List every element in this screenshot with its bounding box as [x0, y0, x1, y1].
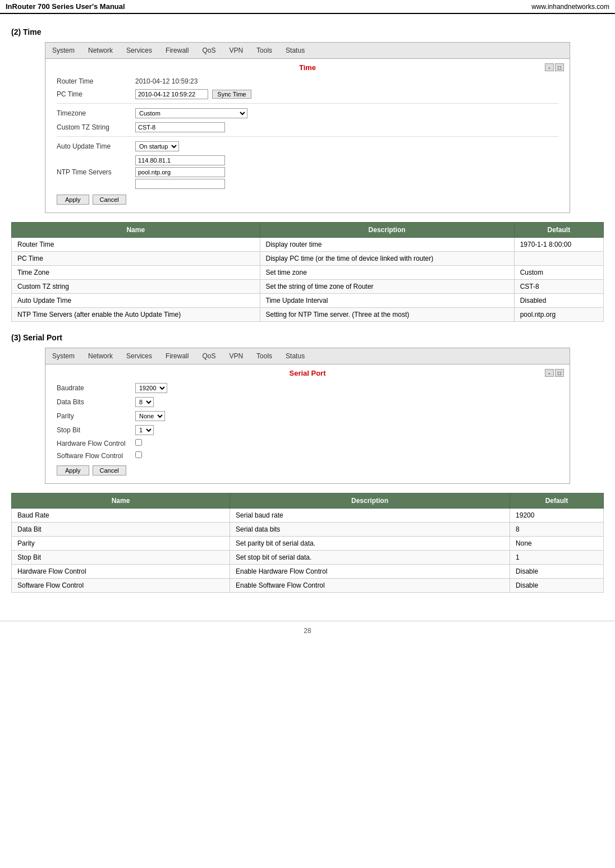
table-row: NTP Time Servers (after enable the Auto … [12, 308, 604, 322]
time-row-desc: Setting for NTP Time server. (Three at t… [260, 308, 514, 322]
serial-nav-firewall[interactable]: Firewall [159, 350, 195, 362]
time-table-body: Router Time Display router time 1970-1-1… [12, 238, 604, 322]
serial-row-default: 1 [510, 551, 604, 565]
router-time-row: Router Time 2010-04-12 10:59:23 [57, 77, 558, 85]
timezone-label: Timezone [57, 109, 135, 117]
table-row: Auto Update Time Time Update Interval Di… [12, 294, 604, 308]
time-apply-button[interactable]: Apply [57, 195, 89, 205]
custom-tz-value [135, 122, 558, 132]
hw-flow-checkbox[interactable] [135, 439, 142, 446]
serial-row-name: Data Bit [12, 523, 230, 537]
table-row: Hardware Flow Control Enable Hardware Fl… [12, 565, 604, 579]
serial-col-name: Name [12, 493, 230, 509]
time-nav-bar: System Network Services Firewall QoS VPN… [45, 43, 570, 59]
sync-time-button[interactable]: Sync Time [212, 90, 251, 99]
time-row-desc: Display router time [260, 238, 514, 252]
time-nav-network[interactable]: Network [81, 45, 120, 56]
time-col-desc: Description [260, 223, 514, 238]
parity-select[interactable]: None [135, 411, 165, 421]
time-row-name: PC Time [12, 252, 260, 266]
sw-flow-value [135, 451, 558, 460]
serial-row-name: Stop Bit [12, 551, 230, 565]
timezone-row: Timezone Custom [57, 108, 558, 118]
time-row-name: Router Time [12, 238, 260, 252]
serial-nav-network[interactable]: Network [81, 350, 120, 362]
serial-page-title: Serial Port [57, 369, 558, 377]
baudrate-select[interactable]: 19200 [135, 383, 167, 393]
ntp-servers-row: NTP Time Servers [57, 155, 558, 189]
time-router-content: - □ Time Router Time 2010-04-12 10:59:23… [45, 59, 570, 213]
ntp-server1-input[interactable] [135, 155, 225, 165]
time-row-default: 1970-1-1 8:00:00 [514, 238, 603, 252]
pc-time-input[interactable] [135, 89, 208, 99]
table-row: PC Time Display PC time (or the time of … [12, 252, 604, 266]
time-nav-services[interactable]: Services [120, 45, 159, 56]
parity-value: None [135, 411, 558, 421]
serial-col-desc: Description [230, 493, 510, 509]
table-row: Custom TZ string Set the string of time … [12, 280, 604, 294]
time-cancel-button[interactable]: Cancel [93, 195, 126, 205]
time-row-default: Disabled [514, 294, 603, 308]
serial-row-desc: Serial baud rate [230, 509, 510, 523]
baudrate-value: 19200 [135, 383, 558, 393]
timezone-select[interactable]: Custom [135, 108, 247, 118]
serial-nav-tools[interactable]: Tools [250, 350, 279, 362]
ntp-servers-inputs [135, 155, 558, 189]
serial-apply-row: Apply Cancel [57, 465, 558, 475]
serial-nav-system[interactable]: System [45, 350, 81, 362]
page-number: 28 [304, 627, 311, 635]
data-bits-select[interactable]: 8 [135, 397, 154, 407]
timezone-value: Custom [135, 108, 558, 118]
time-nav-vpn[interactable]: VPN [222, 45, 250, 56]
auto-update-select[interactable]: On startup [135, 141, 179, 151]
ntp-server3-input[interactable] [135, 179, 225, 189]
sw-flow-row: Software Flow Control [57, 451, 558, 460]
serial-nav-vpn[interactable]: VPN [222, 350, 250, 362]
time-row-default: Custom [514, 266, 603, 280]
time-row-name: NTP Time Servers (after enable the Auto … [12, 308, 260, 322]
serial-nav-services[interactable]: Services [120, 350, 159, 362]
time-col-name: Name [12, 223, 260, 238]
serial-table-header-row: Name Description Default [12, 493, 604, 509]
serial-nav-status[interactable]: Status [279, 350, 311, 362]
stop-bit-select[interactable]: 1 [135, 425, 154, 435]
serial-nav-qos[interactable]: QoS [195, 350, 222, 362]
ntp-server2-input[interactable] [135, 167, 225, 177]
serial-section-title: (3) Serial Port [11, 333, 604, 342]
ntp-inputs-container [135, 155, 558, 189]
serial-row-default: Disable [510, 579, 604, 593]
serial-router-box: System Network Services Firewall QoS VPN… [45, 348, 570, 484]
time-row-desc: Time Update Interval [260, 294, 514, 308]
auto-update-row: Auto Update Time On startup [57, 141, 558, 151]
time-nav-qos[interactable]: QoS [195, 45, 222, 56]
time-page-title: Time [57, 63, 558, 72]
hw-flow-label: Hardware Flow Control [57, 440, 135, 447]
time-nav-system[interactable]: System [45, 45, 81, 56]
time-nav-firewall[interactable]: Firewall [159, 45, 195, 56]
serial-row-default: Disable [510, 565, 604, 579]
time-nav-status[interactable]: Status [279, 45, 311, 56]
website-url: www.inhandnetworks.com [531, 3, 609, 11]
data-bits-label: Data Bits [57, 398, 135, 406]
time-table-header-row: Name Description Default [12, 223, 604, 238]
time-row-name: Auto Update Time [12, 294, 260, 308]
table-row: Data Bit Serial data bits 8 [12, 523, 604, 537]
time-nav-tools[interactable]: Tools [250, 45, 279, 56]
time-row-desc: Set the string of time zone of Router [260, 280, 514, 294]
serial-nav-bar: System Network Services Firewall QoS VPN… [45, 348, 570, 364]
serial-table-head: Name Description Default [12, 493, 604, 509]
serial-row-name: Baud Rate [12, 509, 230, 523]
table-row: Software Flow Control Enable Software Fl… [12, 579, 604, 593]
serial-row-name: Hardware Flow Control [12, 565, 230, 579]
sw-flow-checkbox[interactable] [135, 451, 142, 458]
auto-update-label: Auto Update Time [57, 142, 135, 150]
time-data-table: Name Description Default Router Time Dis… [11, 222, 604, 322]
custom-tz-label: Custom TZ String [57, 123, 135, 131]
custom-tz-input[interactable] [135, 122, 225, 132]
time-section-title: (2) Time [11, 27, 604, 36]
time-row-name: Time Zone [12, 266, 260, 280]
serial-cancel-button[interactable]: Cancel [93, 465, 126, 475]
data-bits-value: 8 [135, 397, 558, 407]
serial-row-desc: Set parity bit of serial data. [230, 537, 510, 551]
serial-apply-button[interactable]: Apply [57, 465, 89, 475]
